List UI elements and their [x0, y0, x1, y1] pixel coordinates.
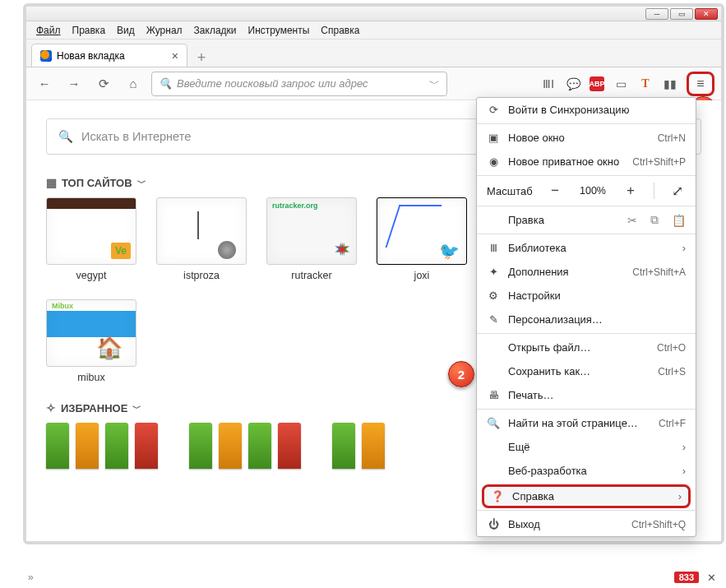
puzzle-icon: ✦ [487, 266, 500, 278]
tile-istproza[interactable]: istproza [156, 197, 247, 281]
menu-file[interactable]: Файл [31, 23, 66, 38]
chat-icon[interactable]: 💬 [565, 76, 581, 92]
tab-strip: Новая вкладка × + [26, 39, 721, 67]
cut-icon[interactable]: ✂ [627, 214, 637, 227]
toolbar-extensions: ⅢⅠ 💬 ABP ▭ T ▮▮ ≡ 1 [540, 72, 714, 96]
forward-button[interactable]: → [62, 72, 86, 95]
tile-thumbnail [266, 197, 357, 265]
navigation-toolbar: ← → ⟳ ⌂ 🔍 Введите поисковый запрос или а… [26, 67, 721, 100]
highlight-card[interactable] [46, 423, 158, 469]
menu-save-as[interactable]: Сохранить как… Ctrl+S [477, 359, 696, 383]
sync-icon: ⟳ [487, 104, 500, 116]
close-window-button[interactable]: ✕ [695, 8, 718, 20]
maximize-button[interactable]: ▭ [670, 8, 693, 20]
os-menubar: Файл Правка Вид Журнал Закладки Инструме… [26, 21, 721, 39]
tab-title: Новая вкладка [57, 50, 125, 62]
menu-help[interactable]: Справка [316, 23, 364, 38]
help-icon: ❓ [491, 490, 504, 502]
chevron-right-icon: › [682, 465, 686, 477]
address-placeholder: Введите поисковый запрос или адрес [177, 77, 368, 90]
menu-separator [477, 206, 696, 206]
home-button[interactable]: ⌂ [122, 72, 145, 95]
annotation-callout-2: 2 [448, 361, 474, 387]
window-icon: ▣ [487, 132, 500, 144]
library-icon: Ⅲ [487, 242, 500, 254]
reload-button[interactable]: ⟳ [92, 72, 115, 95]
menu-find[interactable]: 🔍 Найти на этой странице… Ctrl+F [477, 411, 696, 435]
menu-library[interactable]: Ⅲ Библиотека › [477, 236, 696, 260]
text-tool-icon[interactable]: T [637, 76, 654, 92]
notification-badge[interactable]: 833 [674, 572, 699, 583]
gear-icon: ⚙ [487, 289, 500, 302]
menu-web-developer[interactable]: Веб-разработка › [477, 459, 696, 483]
library-icon[interactable]: ⅢⅠ [540, 76, 557, 92]
zoom-out-button[interactable]: − [543, 181, 566, 201]
print-icon: 🖶 [487, 389, 500, 401]
zoom-in-button[interactable]: + [619, 181, 642, 201]
menu-addons[interactable]: ✦ Дополнения Ctrl+Shift+A [477, 260, 696, 284]
mask-icon: ◉ [487, 155, 500, 168]
brush-icon: ✎ [487, 313, 500, 326]
zoom-value: 100% [575, 185, 611, 197]
menu-sync[interactable]: ⟳ Войти в Синхронизацию [477, 98, 696, 122]
reader-icon[interactable]: ▭ [613, 76, 629, 92]
menu-help-highlighted[interactable]: ❓ Справка › [482, 484, 691, 508]
chevron-right-icon: › [678, 490, 682, 502]
firefox-favicon-icon [40, 50, 52, 62]
address-dropdown-icon[interactable]: ﹀ [429, 76, 440, 91]
tile-rutracker[interactable]: rutracker [266, 197, 357, 281]
adblock-icon[interactable]: ABP [590, 76, 604, 91]
copy-icon[interactable]: ⧉ [650, 213, 659, 227]
status-strip: » 833 ✕ [28, 570, 716, 585]
menu-edit[interactable]: Правка [67, 23, 111, 38]
menu-more[interactable]: Ещё › [477, 435, 696, 459]
dismiss-icon[interactable]: ✕ [707, 572, 716, 584]
tile-thumbnail [156, 197, 247, 265]
search-icon: 🔍 [58, 130, 73, 144]
sparkle-icon: ✧ [46, 401, 56, 414]
paste-icon[interactable]: 📋 [672, 214, 686, 227]
tile-thumbnail [377, 197, 467, 265]
menu-separator [477, 333, 696, 334]
app-menu-button[interactable]: ≡ [687, 72, 714, 96]
expand-icon[interactable]: » [28, 572, 34, 583]
app-menu-panel: ⟳ Войти в Синхронизацию ▣ Новое окно Ctr… [476, 97, 696, 537]
tile-mibux[interactable]: mibux [46, 299, 136, 383]
fullscreen-button[interactable]: ⤢ [666, 181, 689, 201]
tab-active[interactable]: Новая вкладка × [31, 44, 187, 67]
tile-thumbnail [46, 299, 136, 367]
tab-close-icon[interactable]: × [172, 49, 178, 63]
menu-edit: Правка ✂ ⧉ 📋 [477, 208, 696, 232]
menu-settings[interactable]: ⚙ Настройки [477, 284, 696, 308]
menu-bookmarks[interactable]: Закладки [189, 23, 242, 38]
search-icon: 🔍 [159, 77, 172, 90]
tile-joxi[interactable]: joxi [377, 197, 467, 281]
highlight-card[interactable] [189, 423, 301, 469]
menu-separator [477, 510, 696, 511]
menu-tools[interactable]: Инструменты [243, 23, 315, 38]
menu-customize[interactable]: ✎ Персонализация… [477, 308, 696, 331]
menu-open-file[interactable]: Открыть файл… Ctrl+O [477, 336, 696, 359]
menu-new-window[interactable]: ▣ Новое окно Ctrl+N [477, 126, 696, 150]
books-icon[interactable]: ▮▮ [662, 76, 678, 92]
highlight-card[interactable] [332, 423, 385, 469]
back-button[interactable]: ← [33, 72, 56, 95]
power-icon: ⏻ [487, 518, 500, 530]
chevron-down-icon: ﹀ [137, 177, 146, 189]
tile-thumbnail [46, 197, 136, 265]
search-icon: 🔍 [487, 417, 500, 429]
search-placeholder: Искать в Интернете [81, 130, 191, 143]
tile-vegypt[interactable]: vegypt [46, 197, 136, 281]
menu-print[interactable]: 🖶 Печать… [477, 383, 696, 407]
menu-new-private-window[interactable]: ◉ Новое приватное окно Ctrl+Shift+P [477, 150, 696, 174]
new-tab-button[interactable]: + [191, 49, 212, 67]
menu-separator [477, 123, 696, 124]
grid-icon: ▦ [46, 176, 57, 189]
address-bar[interactable]: 🔍 Введите поисковый запрос или адрес ﹀ [151, 72, 447, 96]
chevron-right-icon: › [682, 242, 686, 254]
menu-exit[interactable]: ⏻ Выход Ctrl+Shift+Q [477, 512, 696, 536]
menu-history[interactable]: Журнал [141, 23, 187, 38]
minimize-button[interactable]: ─ [645, 8, 668, 20]
menu-view[interactable]: Вид [112, 23, 140, 38]
menu-zoom: Масштаб − 100% + ⤢ [477, 178, 696, 204]
